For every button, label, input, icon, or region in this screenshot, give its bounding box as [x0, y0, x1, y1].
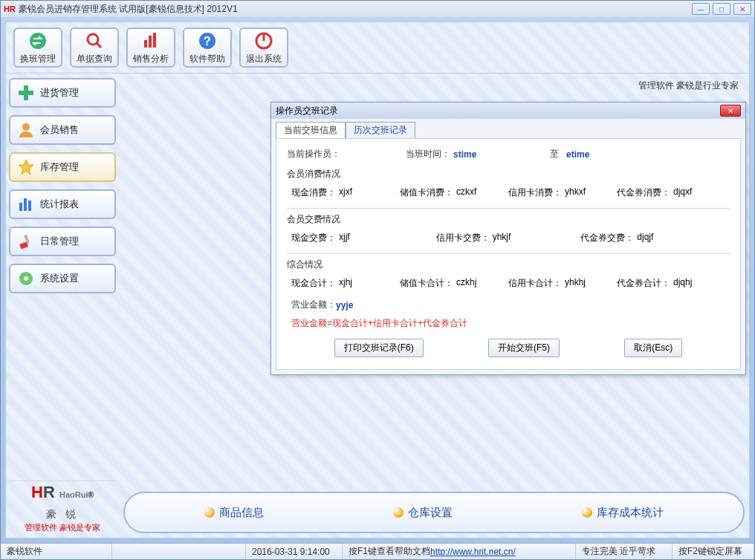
member-icon	[16, 120, 36, 140]
svg-text:?: ?	[204, 35, 211, 48]
dot-icon	[204, 507, 215, 518]
gear-icon	[16, 269, 36, 288]
svg-rect-16	[28, 201, 31, 211]
statusbar: 豪锐软件 2016-03-31 9:14:00 按F1键查看帮助文档http:/…	[1, 543, 754, 559]
section2-grid: 现金交费：xjjf 信用卡交费：yhkjf 代金券交费：djqjf	[287, 226, 730, 250]
cancel-button[interactable]: 取消(Esc)	[624, 339, 682, 357]
shift-end-value: etime	[566, 149, 589, 160]
bars-icon	[140, 30, 161, 51]
start-shift-button[interactable]: 开始交班(F5)	[488, 339, 560, 357]
minimize-button[interactable]: —	[692, 3, 710, 15]
svg-point-1	[88, 34, 98, 45]
help-link[interactable]: http://www.hrit.net.cn/	[430, 547, 516, 557]
tagline: 管理软件 豪锐是行业专家	[123, 78, 745, 94]
dialog-body: 当前操作员： 当班时间： stime 至 etime 会员消费情况 现金消费：x…	[276, 138, 741, 370]
window-title: 豪锐会员进销存管理系统 试用版[豪锐信息技术] 2012V1	[19, 3, 238, 16]
svg-rect-4	[149, 36, 152, 48]
sidebar-item-purchase[interactable]: 进货管理	[9, 78, 116, 108]
dialog-actions: 打印交班记录(F6) 开始交班(F5) 取消(Esc)	[287, 333, 730, 360]
section2-title: 会员交费情况	[287, 213, 730, 226]
turnover-value: yyje	[336, 300, 353, 310]
brush-icon	[16, 232, 36, 251]
plus-icon	[16, 83, 36, 102]
print-shift-button[interactable]: 打印交班记录(F6)	[334, 339, 424, 357]
status-motto: 专注完美 近乎苛求	[576, 544, 673, 559]
dialog-close-button[interactable]: ✕	[720, 105, 741, 117]
brand-block: HR HaoRui® 豪 锐 管理软件 豪锐是专家	[9, 478, 116, 533]
bottom-link-cost-stats[interactable]: 库存成本统计	[582, 506, 664, 520]
svg-point-0	[30, 33, 46, 49]
bottom-link-products[interactable]: 商品信息	[204, 506, 264, 520]
svg-rect-11	[19, 91, 33, 95]
dot-icon	[393, 507, 404, 518]
svg-point-20	[24, 276, 28, 281]
report-icon	[16, 195, 36, 214]
shift-start-value: stime	[453, 149, 550, 160]
main-area: 管理软件 豪锐是行业专家 操作员交班记录 ✕ 当前交班信息 历次交班记录 当前操…	[119, 74, 749, 538]
sidebar-item-reports[interactable]: 统计报表	[9, 189, 116, 219]
toolbar-help[interactable]: ? 软件帮助	[183, 27, 232, 68]
svg-point-12	[22, 123, 30, 131]
sidebar-item-settings[interactable]: 系统设置	[9, 264, 116, 293]
toolbar-sales-analysis[interactable]: 销售分析	[126, 27, 175, 68]
swap-icon	[27, 30, 48, 51]
svg-rect-15	[24, 198, 27, 211]
turnover-label: 营业金额：	[291, 299, 336, 311]
shift-time-label: 当班时间：	[406, 148, 450, 160]
status-datetime: 2016-03-31 9:14:00	[246, 544, 343, 559]
to-label: 至	[550, 148, 559, 160]
app-logo: HR	[4, 4, 16, 13]
sidebar-item-inventory[interactable]: 库存管理	[9, 152, 116, 182]
app-chrome: 换班管理 单据查询 销售分析 ? 软件帮助 退出系统	[1, 17, 754, 543]
sidebar-item-member-sales[interactable]: 会员销售	[9, 115, 116, 145]
dot-icon	[582, 507, 592, 518]
status-lock: 按F2键锁定屏幕	[673, 544, 754, 559]
power-icon	[253, 30, 274, 51]
search-icon	[84, 30, 105, 51]
status-help: 按F1键查看帮助文档http://www.hrit.net.cn/	[343, 544, 576, 559]
dialog-title: 操作员交班记录	[276, 105, 338, 117]
section3-title: 综合情况	[287, 258, 730, 271]
sidebar: 进货管理 会员销售 库存管理 统计报表 日常管理	[6, 74, 119, 538]
toolbar-shift-mgmt[interactable]: 换班管理	[13, 27, 62, 68]
close-button[interactable]: ✕	[733, 3, 751, 15]
bottom-link-warehouse[interactable]: 仓库设置	[393, 506, 453, 520]
svg-line-2	[97, 43, 101, 48]
toolbar-doc-query[interactable]: 单据查询	[70, 27, 119, 68]
section3-grid: 现金合计：xjhj 储值卡合计：czkhj 信用卡合计：yhkhj 代金券合计：…	[287, 271, 730, 296]
app-window: HR 豪锐会员进销存管理系统 试用版[豪锐信息技术] 2012V1 — □ ✕ …	[0, 0, 755, 560]
formula-text: 营业金额=现金合计+信用卡合计+代金券合计	[287, 314, 730, 333]
dialog-tabs: 当前交班信息 历次交班记录	[271, 119, 745, 138]
sidebar-item-daily[interactable]: 日常管理	[9, 227, 116, 256]
status-company: 豪锐软件	[1, 544, 112, 559]
maximize-button[interactable]: □	[713, 3, 730, 15]
operator-label: 当前操作员：	[287, 148, 406, 160]
tab-history-shift[interactable]: 历次交班记录	[346, 122, 415, 138]
svg-rect-3	[144, 40, 147, 48]
svg-rect-14	[19, 203, 22, 211]
tab-current-shift[interactable]: 当前交班信息	[276, 122, 346, 138]
help-icon: ?	[197, 30, 218, 51]
section1-grid: 现金消费：xjxf 储值卡消费：czkxf 信用卡消费：yhkxf 代金券消费：…	[287, 180, 730, 205]
section1-title: 会员消费情况	[287, 168, 730, 180]
star-icon	[16, 157, 36, 177]
toolbar: 换班管理 单据查询 销售分析 ? 软件帮助 退出系统	[5, 22, 750, 74]
toolbar-exit[interactable]: 退出系统	[239, 27, 288, 68]
body: 进货管理 会员销售 库存管理 统计报表 日常管理	[5, 74, 750, 538]
svg-marker-13	[19, 160, 33, 175]
dialog-titlebar: 操作员交班记录 ✕	[271, 102, 745, 119]
titlebar: HR 豪锐会员进销存管理系统 试用版[豪锐信息技术] 2012V1 — □ ✕	[1, 1, 754, 17]
svg-rect-5	[153, 33, 156, 48]
shift-record-dialog: 操作员交班记录 ✕ 当前交班信息 历次交班记录 当前操作员： 当班时间： sti…	[270, 102, 746, 375]
bottom-bar: 商品信息 仓库设置 库存成本统计	[123, 492, 745, 533]
